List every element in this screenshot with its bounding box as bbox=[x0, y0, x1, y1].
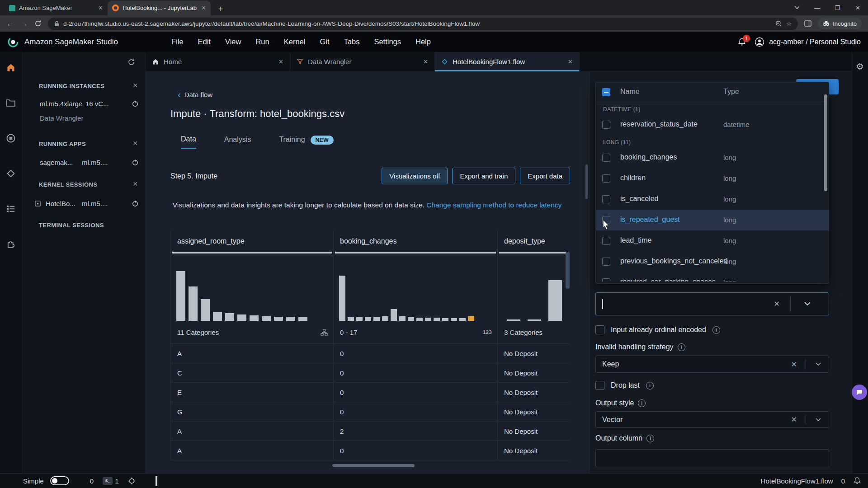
dropdown-scrollbar[interactable] bbox=[824, 94, 827, 191]
browser-tab-jupyterlab[interactable]: HotelBooking... - JupyterLab ✕ bbox=[108, 0, 211, 15]
close-window-button[interactable]: ✕ bbox=[848, 0, 868, 15]
restore-button[interactable]: ❐ bbox=[827, 0, 848, 15]
close-icon[interactable]: ✕ bbox=[278, 58, 283, 65]
tab-hotelbookingflow[interactable]: HotelBookingFlow1.flow ✕ bbox=[435, 52, 580, 71]
dropdown-item-booking-changes[interactable]: booking_changes long bbox=[596, 147, 829, 168]
info-icon[interactable]: i bbox=[712, 326, 720, 334]
drop-last-checkbox[interactable] bbox=[595, 381, 604, 390]
notifications-button[interactable]: 1 bbox=[737, 38, 746, 47]
change-sampling-method-link[interactable]: Change sampling method to reduce latency bbox=[426, 201, 561, 209]
power-icon[interactable] bbox=[132, 200, 139, 207]
new-tab-button[interactable]: + bbox=[214, 3, 227, 15]
table-of-contents-icon[interactable] bbox=[6, 204, 16, 214]
dropdown-item-required-car-parking-spaces[interactable]: required_car_parking_spaces long bbox=[596, 272, 829, 282]
close-tab-icon[interactable]: ✕ bbox=[201, 5, 206, 11]
column-header-booking-changes[interactable]: booking_changes bbox=[333, 230, 497, 252]
power-icon[interactable] bbox=[132, 100, 139, 107]
chevron-down-icon[interactable] bbox=[816, 418, 821, 422]
checkbox[interactable] bbox=[602, 121, 610, 129]
select-all-checkbox[interactable] bbox=[602, 88, 610, 96]
checkbox[interactable] bbox=[602, 237, 610, 245]
clear-icon[interactable]: ✕ bbox=[774, 300, 780, 308]
forward-icon[interactable]: → bbox=[20, 20, 28, 28]
info-icon[interactable]: i bbox=[646, 382, 654, 389]
tab-data-wrangler[interactable]: Data Wrangler ✕ bbox=[290, 52, 435, 71]
minimize-button[interactable]: — bbox=[807, 0, 827, 15]
chevron-down-icon[interactable] bbox=[816, 362, 821, 366]
dropdown-item-is-repeated-guest[interactable]: is_repeated_guest long bbox=[596, 210, 829, 230]
menu-file[interactable]: File bbox=[171, 38, 184, 46]
clear-icon[interactable]: ✕ bbox=[791, 360, 797, 369]
bell-icon[interactable] bbox=[853, 477, 861, 485]
menu-tabs[interactable]: Tabs bbox=[344, 38, 360, 46]
checkbox[interactable] bbox=[602, 154, 610, 162]
export-data-button[interactable]: Export data bbox=[520, 168, 570, 184]
extensions-puzzle-icon[interactable] bbox=[6, 239, 16, 249]
column-header-assigned-room-type[interactable]: assigned_room_type bbox=[170, 230, 333, 252]
dropdown-item-previous-bookings-not-canceled[interactable]: previous_bookings_not_canceled long bbox=[596, 251, 829, 272]
visualizations-off-button[interactable]: Visualizations off bbox=[382, 168, 448, 184]
side-panel-icon[interactable] bbox=[804, 20, 811, 27]
info-icon[interactable]: i bbox=[678, 343, 685, 351]
output-style-select[interactable]: Vector ✕ bbox=[595, 411, 829, 428]
back-to-data-flow[interactable]: ‹ Data flow bbox=[178, 90, 212, 99]
checkbox[interactable] bbox=[602, 258, 610, 266]
reload-icon[interactable] bbox=[34, 20, 42, 27]
column-header-deposit-type[interactable]: deposit_type bbox=[497, 230, 570, 252]
info-icon[interactable]: i bbox=[646, 435, 654, 442]
running-instances-icon[interactable] bbox=[6, 133, 16, 143]
menu-edit[interactable]: Edit bbox=[198, 38, 211, 46]
main-vertical-scrollbar[interactable] bbox=[585, 164, 588, 199]
gear-icon[interactable]: ⚙ bbox=[856, 61, 864, 72]
bookmark-star-icon[interactable]: ☆ bbox=[786, 20, 792, 27]
dropdown-item-is-canceled[interactable]: is_canceled long bbox=[596, 189, 829, 210]
checkbox[interactable] bbox=[602, 195, 610, 203]
debugger-icon[interactable] bbox=[128, 477, 136, 485]
data-wrangler-status-icon[interactable] bbox=[156, 477, 157, 485]
file-browser-icon[interactable] bbox=[6, 98, 16, 108]
dropdown-item-lead-time[interactable]: lead_time long bbox=[596, 230, 829, 251]
tab-analysis[interactable]: Analysis bbox=[224, 136, 251, 148]
close-tab-icon[interactable]: ✕ bbox=[98, 5, 103, 11]
menu-kernel[interactable]: Kernel bbox=[284, 38, 306, 46]
export-and-train-button[interactable]: Export and train bbox=[452, 168, 515, 184]
tab-home[interactable]: Home ✕ bbox=[146, 52, 290, 71]
terminal-sessions-indicator[interactable]: $_ 1 bbox=[103, 477, 118, 485]
back-icon[interactable]: ← bbox=[6, 20, 14, 28]
refresh-icon[interactable] bbox=[127, 58, 135, 66]
tab-training[interactable]: TrainingNEW bbox=[279, 136, 333, 148]
invalid-handling-select[interactable]: Keep ✕ bbox=[595, 356, 829, 373]
table-vertical-scrollbar[interactable] bbox=[566, 252, 570, 289]
output-column-input[interactable] bbox=[595, 449, 829, 467]
clear-icon[interactable]: ✕ bbox=[791, 415, 797, 424]
horizontal-scrollbar[interactable] bbox=[332, 464, 415, 467]
close-icon[interactable]: ✕ bbox=[132, 82, 138, 89]
chat-widget-button[interactable] bbox=[852, 385, 867, 400]
simple-mode-toggle[interactable] bbox=[50, 476, 69, 485]
close-icon[interactable]: ✕ bbox=[568, 58, 573, 65]
data-wrangler-icon[interactable] bbox=[6, 169, 16, 178]
menu-view[interactable]: View bbox=[225, 38, 241, 46]
close-icon[interactable]: ✕ bbox=[423, 58, 428, 65]
ordinal-encoded-checkbox[interactable] bbox=[595, 325, 604, 334]
chevron-down-icon[interactable] bbox=[804, 302, 811, 306]
checkbox[interactable] bbox=[602, 278, 610, 282]
checkbox[interactable] bbox=[602, 174, 610, 183]
url-bar[interactable]: d-2rou7thinqlw.studio.us-east-2.sagemake… bbox=[48, 18, 798, 30]
menu-settings[interactable]: Settings bbox=[374, 38, 401, 46]
tab-search-icon[interactable] bbox=[787, 0, 807, 15]
power-icon[interactable] bbox=[132, 159, 139, 166]
dropdown-item-children[interactable]: children long bbox=[596, 168, 829, 189]
menu-help[interactable]: Help bbox=[415, 38, 431, 46]
menu-git[interactable]: Git bbox=[320, 38, 329, 46]
info-icon[interactable]: i bbox=[638, 399, 646, 407]
input-columns-combobox[interactable]: ✕ bbox=[595, 292, 829, 315]
account-menu[interactable]: acg-amber / Personal Studio bbox=[755, 37, 861, 47]
menu-run[interactable]: Run bbox=[255, 38, 269, 46]
home-icon[interactable] bbox=[6, 63, 16, 73]
dropdown-item-reservation-status-date[interactable]: reservation_status_date datetime bbox=[596, 114, 829, 135]
close-icon[interactable]: ✕ bbox=[132, 140, 138, 147]
close-icon[interactable]: ✕ bbox=[132, 180, 138, 188]
browser-tab-sagemaker[interactable]: Amazon SageMaker ✕ bbox=[5, 0, 108, 15]
zoom-icon[interactable] bbox=[775, 20, 782, 27]
